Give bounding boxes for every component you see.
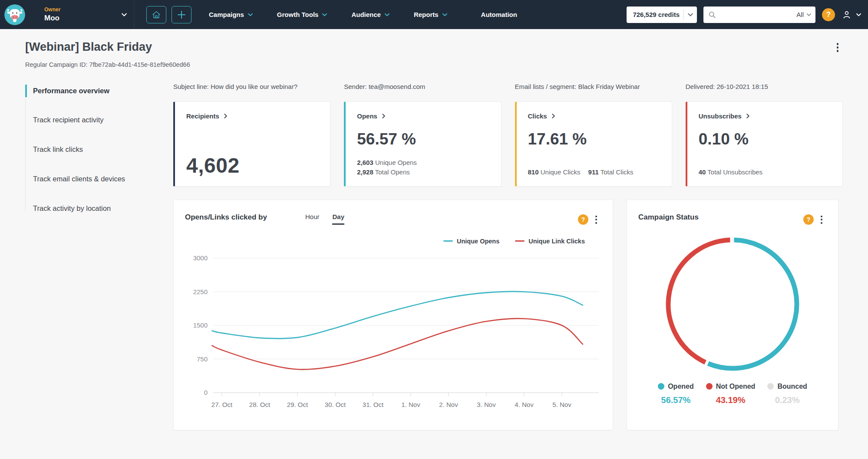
svg-text:31. Oct: 31. Oct — [363, 401, 384, 408]
subject-line: Subject line: How did you like our webin… — [173, 81, 330, 90]
legend-dash-icon — [443, 240, 453, 242]
chart-options-menu[interactable] — [593, 213, 600, 226]
sidebar-item-performance-overview[interactable]: Performance overview — [25, 85, 129, 98]
menu-reports[interactable]: Reports — [414, 11, 447, 18]
opens-links-chart-panel: Opens/Links clicked by Hour Day ? Unique… — [173, 200, 613, 430]
user-icon — [842, 10, 852, 20]
charts-row: Opens/Links clicked by Hour Day ? Unique… — [173, 200, 843, 430]
moosend-logo[interactable] — [4, 4, 25, 25]
svg-text:750: 750 — [197, 355, 208, 362]
report-sidebar: Performance overview Track recipient act… — [25, 81, 173, 430]
account-role-label: Owner — [44, 7, 60, 13]
sidebar-item-link-clicks[interactable]: Track link clicks — [25, 143, 129, 156]
chevron-right-icon — [552, 114, 555, 118]
not-opened-dot-icon — [706, 383, 713, 390]
question-mark-icon: ? — [581, 216, 585, 223]
svg-text:4. Nov: 4. Nov — [515, 401, 534, 408]
opens-details: 2,603 Unique Opens 2,928 Total Opens — [357, 158, 489, 177]
legend-item[interactable]: Unique Link Clicks — [515, 238, 585, 245]
svg-text:3000: 3000 — [193, 254, 208, 262]
svg-text:29. Oct: 29. Oct — [287, 401, 308, 408]
unsubscribes-card-link[interactable]: Unsubscribes — [699, 112, 831, 120]
user-menu[interactable] — [842, 10, 861, 20]
credits-dropdown[interactable]: 726,529 credits — [627, 7, 697, 23]
page-title: [Webinar] Black Friday — [25, 40, 152, 54]
chevron-down-icon — [807, 13, 811, 16]
delivered-date: Delivered: 26-10-2021 18:15 — [686, 81, 843, 90]
not-opened-percent: 43.19% — [706, 395, 756, 405]
clicks-card: Clicks 17.61 % 810 Unique Clicks 911 Tot… — [515, 102, 672, 187]
opens-rate: 56.57 % — [357, 130, 489, 148]
credits-count: 726,529 credits — [633, 11, 680, 18]
toggle-day[interactable]: Day — [332, 213, 344, 225]
sidebar-item-recipient-activity[interactable]: Track recipient activity — [25, 114, 129, 127]
legend-dash-icon — [515, 240, 525, 242]
line-chart: 075015002250300027. Oct28. Oct29. Oct30.… — [185, 246, 602, 416]
toggle-hour[interactable]: Hour — [305, 213, 320, 225]
legend-item[interactable]: Unique Opens — [443, 238, 499, 245]
sidebar-item-activity-location[interactable]: Track activity by location — [25, 202, 129, 215]
chevron-right-icon — [746, 114, 749, 118]
line-chart-legend: Unique OpensUnique Link Clicks — [185, 238, 585, 245]
recipients-value: 4,602 — [186, 154, 319, 177]
legend-opened: Opened 56.57% — [658, 383, 694, 405]
question-mark-icon: ? — [826, 10, 831, 19]
unsubscribes-rate: 0.10 % — [699, 130, 831, 148]
global-search: All — [703, 7, 815, 23]
home-button[interactable] — [146, 6, 166, 23]
opened-percent: 56.57% — [658, 395, 694, 405]
create-new-button[interactable] — [172, 6, 191, 23]
page-actions-menu[interactable] — [834, 40, 842, 55]
svg-text:30. Oct: 30. Oct — [325, 401, 346, 408]
clicks-card-link[interactable]: Clicks — [528, 112, 660, 120]
chevron-down-icon — [688, 13, 693, 16]
donut-help-button[interactable]: ? — [803, 214, 814, 225]
svg-text:1500: 1500 — [193, 321, 208, 329]
recipients-card-link[interactable]: Recipients — [186, 112, 319, 120]
home-icon — [152, 10, 161, 19]
svg-text:3. Nov: 3. Nov — [477, 401, 496, 408]
legend-bounced: Bounced 0.23% — [767, 383, 807, 405]
sidebar-item-email-clients[interactable]: Track email clients & devices — [25, 173, 129, 186]
menu-growth-tools[interactable]: Growth Tools — [277, 11, 327, 18]
chart-help-button[interactable]: ? — [578, 214, 588, 225]
question-mark-icon: ? — [807, 216, 811, 223]
chevron-down-icon — [856, 13, 861, 16]
hour-day-toggle: Hour Day — [305, 213, 344, 225]
svg-text:28. Oct: 28. Oct — [249, 401, 271, 408]
campaign-id: Regular Campaign ID: 7fbe72ab-44d1-415e-… — [25, 61, 843, 68]
campaign-report-page: [Webinar] Black Friday Regular Campaign … — [0, 29, 868, 430]
chevron-down-icon — [322, 13, 327, 16]
svg-text:5. Nov: 5. Nov — [552, 401, 571, 408]
account-switcher[interactable]: Owner Moo — [44, 7, 130, 23]
donut-title: Campaign Status — [638, 213, 699, 222]
help-button[interactable]: ? — [822, 8, 835, 21]
chevron-right-icon — [382, 114, 385, 118]
account-name: Moo — [44, 14, 60, 23]
unsubscribes-details: 40 Total Unsubscribes — [699, 167, 831, 177]
report-main: Subject line: How did you like our webin… — [173, 81, 843, 430]
search-scope-dropdown[interactable]: All — [796, 11, 811, 18]
menu-audience[interactable]: Audience — [351, 11, 389, 18]
svg-text:1. Nov: 1. Nov — [401, 401, 420, 408]
chevron-down-icon — [385, 13, 389, 16]
cow-avatar-icon — [4, 4, 25, 25]
menu-automation[interactable]: Automation — [481, 11, 517, 18]
campaign-status-panel: Campaign Status ? Opened 56.57% — [627, 200, 838, 430]
chevron-down-icon — [248, 13, 253, 16]
navbar-right-cluster: 726,529 credits All ? — [627, 7, 861, 23]
chart-title: Opens/Links clicked by — [185, 213, 267, 222]
donut-options-menu[interactable] — [818, 213, 825, 226]
menu-campaigns[interactable]: Campaigns — [209, 11, 253, 18]
search-input[interactable] — [719, 11, 796, 18]
clicks-rate: 17.61 % — [528, 130, 660, 148]
svg-text:2. Nov: 2. Nov — [439, 401, 458, 408]
chevron-down-icon — [442, 13, 447, 16]
stat-cards-row: Recipients 4,602 Opens 56.57 % 2,603 Uni… — [173, 102, 843, 187]
opens-card-link[interactable]: Opens — [357, 112, 489, 120]
clicks-details: 810 Unique Clicks 911 Total Clicks — [528, 167, 660, 177]
svg-text:27. Oct: 27. Oct — [211, 401, 233, 408]
top-navbar: Owner Moo Campaigns Growth Tools Audienc… — [0, 0, 868, 29]
bounced-percent: 0.23% — [767, 395, 807, 405]
search-icon — [709, 11, 716, 18]
